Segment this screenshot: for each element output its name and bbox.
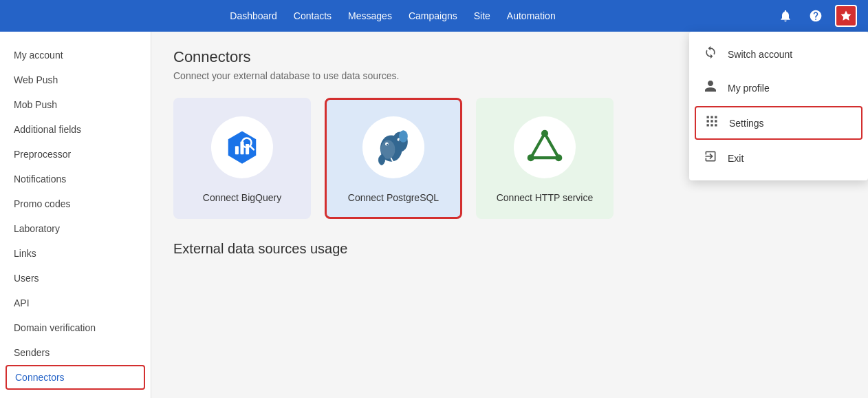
nav-site[interactable]: Site: [474, 10, 490, 21]
switch-account-label: Switch account: [728, 49, 792, 60]
my-profile-icon: [703, 79, 718, 96]
my-profile-label: My profile: [728, 83, 770, 94]
sidebar: My account Web Push Mob Push Additional …: [0, 32, 151, 398]
settings-icon: [704, 114, 719, 132]
sidebar-item-my-account[interactable]: My account: [0, 43, 151, 67]
my-profile-item[interactable]: My profile: [689, 71, 868, 105]
exit-item[interactable]: Exit: [689, 141, 868, 175]
http-icon-circle: [514, 116, 576, 178]
nav-dashboard[interactable]: Dashboard: [230, 10, 277, 21]
svg-point-13: [399, 130, 408, 143]
exit-icon: [703, 149, 718, 167]
settings-item[interactable]: Settings: [695, 106, 862, 140]
help-icon[interactable]: [805, 5, 827, 27]
svg-rect-1: [235, 146, 239, 154]
nav-contacts[interactable]: Contacts: [294, 10, 332, 21]
sidebar-item-laboratory[interactable]: Laboratory: [0, 216, 151, 241]
svg-rect-3: [246, 144, 249, 154]
postgresql-card[interactable]: Connect PostgreSQL: [325, 98, 462, 219]
http-card-label: Connect HTTP service: [497, 192, 594, 203]
sidebar-item-promo-codes[interactable]: Promo codes: [0, 191, 151, 216]
sidebar-item-api[interactable]: API: [0, 291, 151, 315]
svg-point-16: [555, 154, 562, 161]
exit-label: Exit: [728, 153, 744, 164]
nav-icons: [774, 5, 857, 27]
nav-automation[interactable]: Automation: [507, 10, 556, 21]
sidebar-item-senders[interactable]: Senders: [0, 340, 151, 365]
bigquery-icon-circle: [211, 116, 273, 178]
settings-label: Settings: [729, 118, 764, 129]
external-section-title: External data sources usage: [173, 241, 846, 257]
postgresql-icon: [371, 125, 415, 169]
svg-point-14: [541, 130, 548, 137]
http-service-icon: [526, 129, 563, 166]
sidebar-item-connectors[interactable]: Connectors: [6, 365, 145, 390]
switch-account-item[interactable]: Switch account: [689, 37, 868, 71]
sidebar-item-preprocessor[interactable]: Preprocessor: [0, 142, 151, 167]
http-card[interactable]: Connect HTTP service: [476, 98, 614, 219]
sidebar-item-users[interactable]: Users: [0, 266, 151, 291]
svg-point-11: [387, 144, 388, 145]
bigquery-icon: [224, 129, 261, 166]
svg-point-15: [528, 154, 534, 161]
sidebar-item-links[interactable]: Links: [0, 241, 151, 266]
sidebar-item-additional-fields[interactable]: Additional fields: [0, 117, 151, 142]
switch-account-icon: [703, 45, 718, 63]
bigquery-card[interactable]: Connect BigQuery: [173, 98, 311, 219]
bigquery-card-label: Connect BigQuery: [203, 192, 281, 203]
nav-links: Dashboard Contacts Messages Campaigns Si…: [11, 10, 774, 21]
user-menu-icon[interactable]: [835, 5, 857, 27]
nav-campaigns[interactable]: Campaigns: [409, 10, 457, 21]
top-nav: Dashboard Contacts Messages Campaigns Si…: [0, 0, 868, 32]
postgresql-icon-circle: [362, 116, 424, 178]
notifications-bell-icon[interactable]: [774, 5, 796, 27]
sidebar-item-notifications[interactable]: Notifications: [0, 167, 151, 191]
sidebar-item-mob-push[interactable]: Mob Push: [0, 92, 151, 117]
postgresql-card-label: Connect PostgreSQL: [348, 192, 439, 203]
nav-messages[interactable]: Messages: [348, 10, 392, 21]
sidebar-item-web-push[interactable]: Web Push: [0, 67, 151, 92]
sidebar-item-domain-verification[interactable]: Domain verification: [0, 315, 151, 340]
user-dropdown-menu: Switch account My profile Settings Exit: [689, 32, 868, 180]
